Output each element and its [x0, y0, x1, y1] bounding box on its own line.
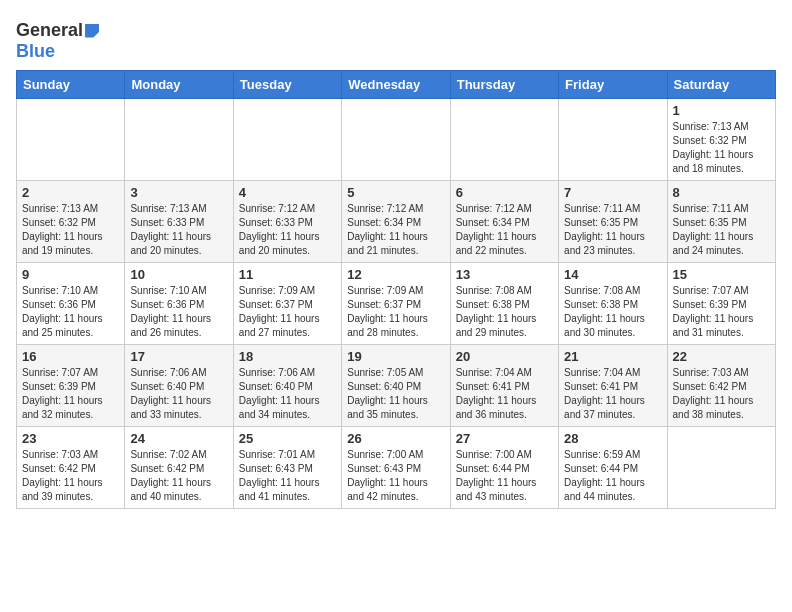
- day-info: Sunrise: 7:02 AM Sunset: 6:42 PM Dayligh…: [130, 448, 227, 504]
- day-number: 8: [673, 185, 770, 200]
- calendar-cell: 13Sunrise: 7:08 AM Sunset: 6:38 PM Dayli…: [450, 263, 558, 345]
- calendar-week-row: 23Sunrise: 7:03 AM Sunset: 6:42 PM Dayli…: [17, 427, 776, 509]
- day-info: Sunrise: 7:01 AM Sunset: 6:43 PM Dayligh…: [239, 448, 336, 504]
- header: General Blue: [16, 16, 776, 62]
- calendar-week-row: 16Sunrise: 7:07 AM Sunset: 6:39 PM Dayli…: [17, 345, 776, 427]
- calendar-cell: 7Sunrise: 7:11 AM Sunset: 6:35 PM Daylig…: [559, 181, 667, 263]
- day-info: Sunrise: 7:08 AM Sunset: 6:38 PM Dayligh…: [456, 284, 553, 340]
- calendar-cell: 14Sunrise: 7:08 AM Sunset: 6:38 PM Dayli…: [559, 263, 667, 345]
- day-info: Sunrise: 7:09 AM Sunset: 6:37 PM Dayligh…: [239, 284, 336, 340]
- day-info: Sunrise: 7:11 AM Sunset: 6:35 PM Dayligh…: [673, 202, 770, 258]
- calendar-cell: 5Sunrise: 7:12 AM Sunset: 6:34 PM Daylig…: [342, 181, 450, 263]
- day-number: 10: [130, 267, 227, 282]
- calendar-week-row: 2Sunrise: 7:13 AM Sunset: 6:32 PM Daylig…: [17, 181, 776, 263]
- calendar-header-row: SundayMondayTuesdayWednesdayThursdayFrid…: [17, 71, 776, 99]
- header-day-monday: Monday: [125, 71, 233, 99]
- header-day-tuesday: Tuesday: [233, 71, 341, 99]
- calendar-table: SundayMondayTuesdayWednesdayThursdayFrid…: [16, 70, 776, 509]
- day-info: Sunrise: 7:00 AM Sunset: 6:44 PM Dayligh…: [456, 448, 553, 504]
- calendar-cell: 19Sunrise: 7:05 AM Sunset: 6:40 PM Dayli…: [342, 345, 450, 427]
- day-info: Sunrise: 7:03 AM Sunset: 6:42 PM Dayligh…: [22, 448, 119, 504]
- day-info: Sunrise: 7:09 AM Sunset: 6:37 PM Dayligh…: [347, 284, 444, 340]
- day-info: Sunrise: 7:07 AM Sunset: 6:39 PM Dayligh…: [22, 366, 119, 422]
- day-number: 15: [673, 267, 770, 282]
- header-day-thursday: Thursday: [450, 71, 558, 99]
- logo-general-text: General: [16, 20, 83, 41]
- logo-blue-text: Blue: [16, 41, 55, 62]
- calendar-cell: [125, 99, 233, 181]
- calendar-week-row: 1Sunrise: 7:13 AM Sunset: 6:32 PM Daylig…: [17, 99, 776, 181]
- calendar-cell: [667, 427, 775, 509]
- calendar-cell: 4Sunrise: 7:12 AM Sunset: 6:33 PM Daylig…: [233, 181, 341, 263]
- calendar-cell: 18Sunrise: 7:06 AM Sunset: 6:40 PM Dayli…: [233, 345, 341, 427]
- header-day-wednesday: Wednesday: [342, 71, 450, 99]
- day-info: Sunrise: 7:10 AM Sunset: 6:36 PM Dayligh…: [22, 284, 119, 340]
- day-info: Sunrise: 7:06 AM Sunset: 6:40 PM Dayligh…: [130, 366, 227, 422]
- day-number: 13: [456, 267, 553, 282]
- logo: General Blue: [16, 16, 99, 62]
- day-info: Sunrise: 7:05 AM Sunset: 6:40 PM Dayligh…: [347, 366, 444, 422]
- day-number: 11: [239, 267, 336, 282]
- day-number: 25: [239, 431, 336, 446]
- day-info: Sunrise: 7:13 AM Sunset: 6:32 PM Dayligh…: [673, 120, 770, 176]
- calendar-cell: 16Sunrise: 7:07 AM Sunset: 6:39 PM Dayli…: [17, 345, 125, 427]
- day-number: 14: [564, 267, 661, 282]
- day-number: 5: [347, 185, 444, 200]
- calendar-cell: [17, 99, 125, 181]
- calendar-cell: 9Sunrise: 7:10 AM Sunset: 6:36 PM Daylig…: [17, 263, 125, 345]
- day-number: 1: [673, 103, 770, 118]
- calendar-cell: 25Sunrise: 7:01 AM Sunset: 6:43 PM Dayli…: [233, 427, 341, 509]
- day-number: 9: [22, 267, 119, 282]
- calendar-cell: 27Sunrise: 7:00 AM Sunset: 6:44 PM Dayli…: [450, 427, 558, 509]
- day-info: Sunrise: 7:08 AM Sunset: 6:38 PM Dayligh…: [564, 284, 661, 340]
- calendar-cell: 17Sunrise: 7:06 AM Sunset: 6:40 PM Dayli…: [125, 345, 233, 427]
- day-info: Sunrise: 7:06 AM Sunset: 6:40 PM Dayligh…: [239, 366, 336, 422]
- calendar-cell: 22Sunrise: 7:03 AM Sunset: 6:42 PM Dayli…: [667, 345, 775, 427]
- calendar-cell: 10Sunrise: 7:10 AM Sunset: 6:36 PM Dayli…: [125, 263, 233, 345]
- calendar-cell: 28Sunrise: 6:59 AM Sunset: 6:44 PM Dayli…: [559, 427, 667, 509]
- day-number: 20: [456, 349, 553, 364]
- day-number: 4: [239, 185, 336, 200]
- day-number: 26: [347, 431, 444, 446]
- day-number: 21: [564, 349, 661, 364]
- calendar-cell: [559, 99, 667, 181]
- day-number: 17: [130, 349, 227, 364]
- day-number: 16: [22, 349, 119, 364]
- day-info: Sunrise: 7:12 AM Sunset: 6:34 PM Dayligh…: [456, 202, 553, 258]
- calendar-cell: 6Sunrise: 7:12 AM Sunset: 6:34 PM Daylig…: [450, 181, 558, 263]
- calendar-cell: 23Sunrise: 7:03 AM Sunset: 6:42 PM Dayli…: [17, 427, 125, 509]
- day-info: Sunrise: 7:12 AM Sunset: 6:34 PM Dayligh…: [347, 202, 444, 258]
- calendar-cell: 21Sunrise: 7:04 AM Sunset: 6:41 PM Dayli…: [559, 345, 667, 427]
- day-info: Sunrise: 7:13 AM Sunset: 6:33 PM Dayligh…: [130, 202, 227, 258]
- day-number: 28: [564, 431, 661, 446]
- day-number: 7: [564, 185, 661, 200]
- calendar-cell: 26Sunrise: 7:00 AM Sunset: 6:43 PM Dayli…: [342, 427, 450, 509]
- calendar-cell: 2Sunrise: 7:13 AM Sunset: 6:32 PM Daylig…: [17, 181, 125, 263]
- day-number: 19: [347, 349, 444, 364]
- calendar-cell: 8Sunrise: 7:11 AM Sunset: 6:35 PM Daylig…: [667, 181, 775, 263]
- logo-icon: [85, 24, 99, 38]
- day-number: 22: [673, 349, 770, 364]
- day-info: Sunrise: 7:12 AM Sunset: 6:33 PM Dayligh…: [239, 202, 336, 258]
- calendar-cell: 24Sunrise: 7:02 AM Sunset: 6:42 PM Dayli…: [125, 427, 233, 509]
- header-day-sunday: Sunday: [17, 71, 125, 99]
- header-day-saturday: Saturday: [667, 71, 775, 99]
- calendar-cell: 15Sunrise: 7:07 AM Sunset: 6:39 PM Dayli…: [667, 263, 775, 345]
- day-info: Sunrise: 7:07 AM Sunset: 6:39 PM Dayligh…: [673, 284, 770, 340]
- day-info: Sunrise: 7:11 AM Sunset: 6:35 PM Dayligh…: [564, 202, 661, 258]
- calendar-cell: 1Sunrise: 7:13 AM Sunset: 6:32 PM Daylig…: [667, 99, 775, 181]
- header-day-friday: Friday: [559, 71, 667, 99]
- day-info: Sunrise: 6:59 AM Sunset: 6:44 PM Dayligh…: [564, 448, 661, 504]
- calendar-cell: 12Sunrise: 7:09 AM Sunset: 6:37 PM Dayli…: [342, 263, 450, 345]
- day-number: 18: [239, 349, 336, 364]
- day-info: Sunrise: 7:04 AM Sunset: 6:41 PM Dayligh…: [456, 366, 553, 422]
- calendar-cell: 20Sunrise: 7:04 AM Sunset: 6:41 PM Dayli…: [450, 345, 558, 427]
- calendar-week-row: 9Sunrise: 7:10 AM Sunset: 6:36 PM Daylig…: [17, 263, 776, 345]
- day-info: Sunrise: 7:10 AM Sunset: 6:36 PM Dayligh…: [130, 284, 227, 340]
- calendar-cell: [233, 99, 341, 181]
- day-number: 6: [456, 185, 553, 200]
- day-info: Sunrise: 7:03 AM Sunset: 6:42 PM Dayligh…: [673, 366, 770, 422]
- day-number: 3: [130, 185, 227, 200]
- day-info: Sunrise: 7:04 AM Sunset: 6:41 PM Dayligh…: [564, 366, 661, 422]
- day-number: 23: [22, 431, 119, 446]
